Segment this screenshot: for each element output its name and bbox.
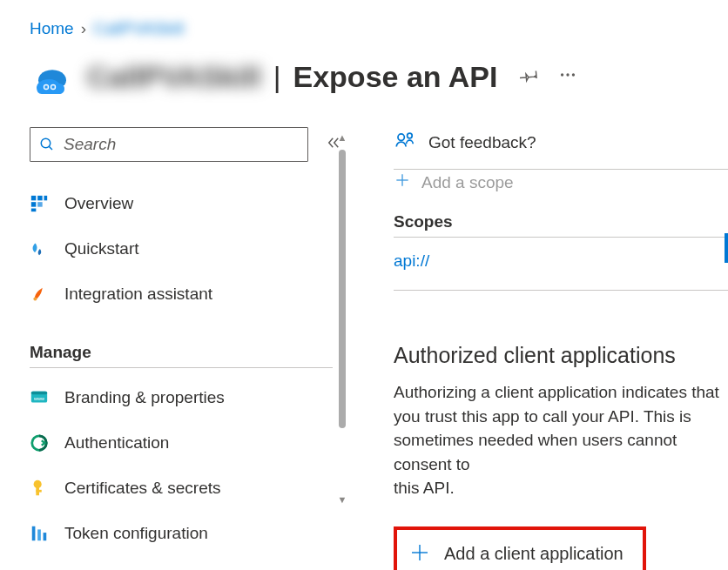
title-app-name: CallPVASkill	[87, 60, 261, 94]
sidebar-item-branding[interactable]: www Branding & properties	[30, 375, 341, 420]
svg-point-26	[398, 133, 404, 139]
svg-rect-14	[31, 209, 37, 212]
sidebar-item-token-configuration[interactable]: Token configuration	[30, 511, 341, 556]
sidebar-section-manage: Manage	[30, 343, 341, 362]
sidebar-search[interactable]	[30, 127, 308, 162]
sidebar-item-label: Quickstart	[64, 239, 139, 258]
app-registration-icon	[30, 56, 71, 97]
sidebar-item-label: Certificates & secrets	[64, 479, 221, 498]
overview-icon	[30, 194, 49, 213]
pin-icon[interactable]	[520, 65, 539, 88]
sidebar-item-label: Token configuration	[64, 524, 208, 543]
add-scope-label: Add a scope	[421, 173, 514, 192]
svg-point-15	[33, 297, 37, 300]
sidebar-item-label: Authentication	[64, 433, 169, 453]
scopes-header: Scopes	[394, 212, 728, 231]
sidebar-item-authentication[interactable]: Authentication	[30, 420, 341, 466]
svg-rect-10	[37, 196, 43, 201]
svg-rect-25	[44, 533, 47, 540]
breadcrumb-home-link[interactable]: Home	[30, 19, 74, 38]
svg-rect-11	[31, 202, 37, 207]
breadcrumb: Home › CallPVASkill	[0, 0, 728, 38]
sidebar: Overview Quickstart Integration assistan…	[0, 127, 341, 562]
divider	[394, 169, 728, 170]
svg-rect-12	[37, 202, 43, 207]
page-title: Expose an API	[293, 60, 498, 94]
svg-rect-23	[32, 526, 36, 541]
authorized-apps-header: Authorized client applications	[394, 343, 728, 368]
svg-rect-22	[36, 490, 41, 493]
selection-indicator	[725, 233, 728, 263]
svg-point-6	[572, 73, 575, 76]
svg-line-8	[49, 146, 52, 150]
svg-point-27	[408, 133, 413, 138]
search-icon	[39, 137, 55, 152]
sidebar-item-overview[interactable]: Overview	[30, 181, 341, 226]
page-title-row: CallPVASkill | Expose an API	[0, 38, 728, 97]
content-pane: Got feedback? Add a scope Scopes api:// …	[341, 127, 728, 562]
svg-point-4	[561, 73, 563, 76]
svg-rect-3	[51, 85, 54, 88]
svg-point-5	[567, 73, 570, 76]
sidebar-item-label: Integration assistant	[64, 285, 212, 304]
sidebar-item-quickstart[interactable]: Quickstart	[30, 226, 341, 272]
svg-rect-13	[44, 196, 48, 201]
svg-rect-24	[37, 529, 41, 540]
divider	[394, 290, 728, 291]
svg-rect-17	[31, 392, 47, 395]
search-input[interactable]	[62, 134, 299, 155]
chevron-right-icon: ›	[81, 19, 86, 38]
feedback-button[interactable]: Got feedback?	[394, 127, 728, 158]
svg-point-7	[41, 138, 51, 148]
plus-icon	[409, 542, 430, 567]
feedback-label: Got feedback?	[428, 133, 536, 152]
authorized-apps-description: Authorizing a client application indicat…	[394, 380, 728, 500]
authentication-icon	[30, 433, 49, 453]
token-icon	[30, 524, 49, 543]
scope-row: api://	[394, 238, 728, 285]
svg-text:www: www	[33, 396, 44, 401]
sidebar-item-integration-assistant[interactable]: Integration assistant	[30, 272, 341, 317]
feedback-icon	[394, 130, 416, 157]
svg-rect-9	[31, 196, 37, 201]
quickstart-icon	[30, 239, 49, 258]
title-separator: |	[273, 60, 281, 94]
sidebar-item-label: Branding & properties	[64, 388, 225, 407]
certificates-icon	[30, 479, 49, 498]
branding-icon: www	[30, 388, 49, 407]
more-icon[interactable]	[558, 65, 577, 88]
divider	[30, 367, 333, 368]
add-client-label: Add a client application	[444, 544, 624, 564]
scope-uri-link[interactable]: api://	[394, 251, 429, 270]
plus-icon	[394, 171, 411, 193]
sidebar-item-certificates[interactable]: Certificates & secrets	[30, 466, 341, 511]
breadcrumb-current[interactable]: CallPVASkill	[93, 19, 184, 38]
svg-rect-2	[44, 85, 47, 88]
add-scope-button[interactable]: Add a scope	[394, 171, 728, 193]
sidebar-item-label: Overview	[64, 194, 133, 213]
add-client-application-button[interactable]: Add a client application	[394, 526, 646, 570]
integration-assistant-icon	[30, 285, 49, 304]
